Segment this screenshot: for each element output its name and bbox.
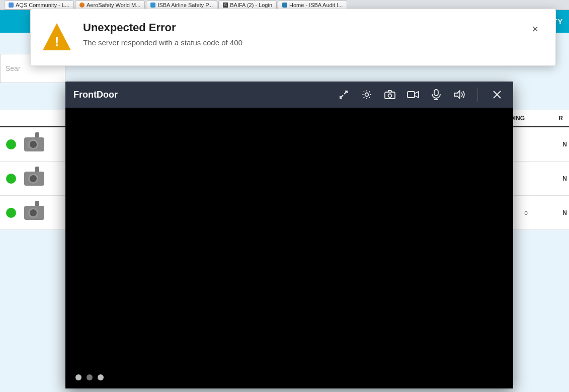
modal-mic-button[interactable] (429, 88, 443, 102)
browser-tab-1[interactable]: AQS Community - L... (4, 1, 74, 10)
row-right-1: N (562, 141, 567, 148)
modal-close-button[interactable] (489, 87, 505, 103)
error-close-button[interactable]: × (527, 21, 543, 37)
row-right-3: N (562, 209, 567, 216)
row-right-2: N (562, 175, 567, 182)
browser-tab-4[interactable]: S BAIFA (2) - Login (218, 1, 277, 10)
browser-tab-2[interactable]: AeroSafety World M... (75, 1, 145, 10)
svg-rect-7 (408, 92, 415, 98)
error-message: The server responded with a status code … (83, 38, 517, 47)
modal-snapshot-button[interactable] (383, 88, 397, 102)
svg-marker-11 (454, 91, 460, 99)
svg-point-4 (365, 93, 369, 97)
warning-triangle-icon: ! (41, 21, 73, 53)
warning-icon-wrap: ! (41, 21, 73, 53)
browser-tab-5[interactable]: Home - ISBA Audit I... (278, 1, 347, 10)
status-indicator-2 (6, 174, 16, 184)
modal-dot-1[interactable] (75, 374, 82, 380)
col-header-right: R (554, 115, 567, 122)
modal-settings-button[interactable] (360, 88, 374, 102)
status-indicator-3 (6, 208, 16, 218)
modal-dot-2[interactable] (87, 374, 93, 380)
modal-video-area (65, 108, 513, 388)
camera-icon-2 (24, 167, 52, 191)
error-dialog: ! Unexpected Error The server responded … (30, 9, 556, 66)
camera-icon-1 (24, 132, 52, 156)
svg-text:!: ! (54, 34, 59, 49)
camera-icon-3 (24, 201, 52, 225)
row-partial-text-3: o (524, 209, 528, 216)
svg-rect-8 (434, 90, 438, 96)
modal-titlebar: FrontDoor (65, 82, 513, 108)
modal-record-button[interactable] (406, 88, 420, 102)
modal-pagination-dots (75, 374, 104, 380)
error-title: Unexpected Error (83, 21, 517, 34)
modal-title: FrontDoor (73, 90, 337, 100)
modal-dot-3[interactable] (98, 374, 104, 380)
error-content: Unexpected Error The server responded wi… (83, 21, 517, 47)
modal-volume-button[interactable] (452, 88, 466, 102)
status-indicator-1 (6, 139, 16, 149)
modal-controls-divider (477, 88, 478, 102)
modal-controls (337, 87, 505, 103)
modal-expand-button[interactable] (337, 88, 351, 102)
svg-point-6 (388, 94, 392, 98)
camera-modal: FrontDoor (65, 82, 513, 388)
browser-tab-3[interactable]: ISBA Airline Safety P... (146, 1, 217, 10)
